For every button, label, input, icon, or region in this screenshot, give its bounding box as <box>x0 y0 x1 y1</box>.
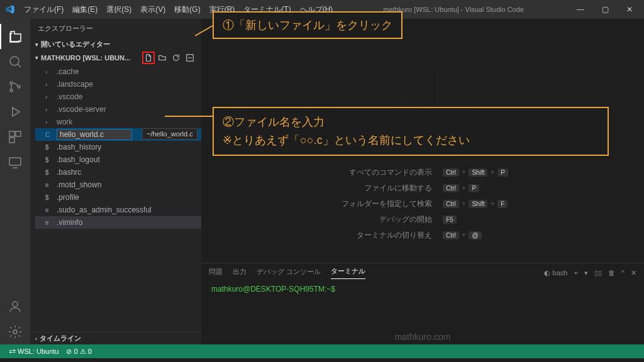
shell-selector[interactable]: ◐ bash <box>544 269 567 277</box>
hint-keys: Ctrl + Shift + F <box>440 196 511 212</box>
menu-file[interactable]: ファイル(F) <box>20 2 67 18</box>
tree-file[interactable]: $.bash_logout <box>35 153 201 166</box>
tree-folder[interactable]: ›.vscode <box>35 90 201 103</box>
chevron-right-icon: › <box>45 81 54 88</box>
svg-point-1 <box>10 82 13 84</box>
editor-area: すべてのコマンドの表示Ctrl + Shift + Pファイルに移動するCtrl… <box>201 19 644 344</box>
panel-tabs: 問題 出力 デバッグ コンソール ターミナル ◐ bash + ▾ ▯▯ 🗑 ^… <box>201 263 644 282</box>
chevron-right-icon: › <box>45 94 54 101</box>
main-area: エクスプローラー ▾ 開いているエディター ▾ MATHKURO [WSL: U… <box>0 19 644 344</box>
debug-icon[interactable] <box>0 99 30 124</box>
annotation-2: ②ファイル名を入力※とりあえず「○○.c」という名前にしてください <box>213 107 609 156</box>
svg-rect-5 <box>16 131 21 136</box>
menu-go[interactable]: 移動(G) <box>170 2 204 18</box>
svg-rect-7 <box>9 158 21 165</box>
file-icon: $ <box>45 169 54 176</box>
file-icon: $ <box>45 156 54 163</box>
tab-debug-console[interactable]: デバッグ コンソール <box>257 267 321 279</box>
svg-point-9 <box>13 330 17 334</box>
chevron-right-icon: › <box>35 336 37 342</box>
problems-indicator[interactable]: ⊘ 0 ⚠ 0 <box>62 348 95 356</box>
tab-output[interactable]: 出力 <box>233 267 247 279</box>
tree-file[interactable]: ≡.viminfo <box>35 216 201 229</box>
hint-keys: F5 <box>440 212 511 228</box>
remote-indicator[interactable]: ⮂ WSL: Ubuntu <box>5 348 62 355</box>
hint-label: デバッグの開始 <box>334 212 440 228</box>
sidebar: エクスプローラー ▾ 開いているエディター ▾ MATHKURO [WSL: U… <box>30 19 201 344</box>
folder-header[interactable]: ▾ MATHKURO [WSL: UBUN... <box>30 50 201 65</box>
chevron-down-icon: ▾ <box>35 55 38 61</box>
annotation-1: ①「新しいファイル」をクリック <box>213 11 402 39</box>
tree-file[interactable]: $.bashrc <box>35 166 201 178</box>
timeline-header[interactable]: › タイムライン <box>30 332 201 344</box>
svg-point-8 <box>13 302 18 307</box>
chevron-right-icon: › <box>45 119 54 126</box>
svg-point-0 <box>10 57 19 65</box>
file-icon: ≡ <box>45 182 54 189</box>
file-tree: ›.cache ›.landscape ›.vscode ›.vscode-se… <box>30 65 201 229</box>
tree-folder[interactable]: ›.cache <box>35 65 201 78</box>
add-terminal-button[interactable]: + <box>574 269 577 277</box>
tree-folder[interactable]: ›.landscape <box>35 78 201 90</box>
close-button[interactable]: ✕ <box>620 3 639 16</box>
split-terminal-button[interactable]: ▯▯ <box>594 269 602 277</box>
terminal-body[interactable]: mathkuro@DESKTOP-SQH95TM:~$ <box>201 282 644 296</box>
collapse-button[interactable] <box>184 52 196 64</box>
menu-view[interactable]: 表示(V) <box>136 2 169 18</box>
chevron-down-icon: ▾ <box>35 41 38 48</box>
hint-label: ファイルに移動する <box>334 180 440 196</box>
svg-rect-6 <box>9 138 14 143</box>
chevron-right-icon: › <box>45 69 54 75</box>
trash-icon[interactable]: 🗑 <box>608 269 615 277</box>
terminal-dropdown[interactable]: ▾ <box>584 269 588 277</box>
file-icon: $ <box>45 194 54 201</box>
hint-keys: Ctrl + P <box>440 180 511 196</box>
svg-rect-4 <box>9 131 14 136</box>
new-file-button[interactable] <box>142 52 155 64</box>
tree-file[interactable]: ≡.motd_shown <box>35 178 201 191</box>
new-folder-button[interactable] <box>156 52 169 64</box>
tab-terminal[interactable]: ターミナル <box>331 266 365 279</box>
explorer-icon[interactable] <box>0 24 30 49</box>
keyboard-hints: すべてのコマンドの表示Ctrl + Shift + Pファイルに移動するCtrl… <box>334 165 511 243</box>
settings-icon[interactable] <box>0 319 30 344</box>
tree-folder[interactable]: ›.vscode-server <box>35 103 201 116</box>
search-icon[interactable] <box>0 49 30 74</box>
hint-label: すべてのコマンドの表示 <box>334 165 440 180</box>
vscode-logo-icon <box>5 4 15 14</box>
hint-label: フォルダーを指定して検索 <box>334 196 440 212</box>
hint-keys: Ctrl + Shift + P <box>440 165 511 180</box>
file-icon: ≡ <box>45 219 54 226</box>
menu-select[interactable]: 選択(S) <box>103 2 135 18</box>
annotation-arrow <box>165 116 215 117</box>
watermark-text: mathkuro.com <box>395 332 451 342</box>
account-icon[interactable] <box>0 294 30 319</box>
terminal-prompt: mathkuro@DESKTOP-SQH95TM:~$ <box>211 285 335 293</box>
remote-icon[interactable] <box>0 150 30 175</box>
sidebar-title: エクスプローラー <box>30 19 201 38</box>
tree-folder[interactable]: ›work <box>35 116 201 128</box>
hint-keys: Ctrl + @ <box>440 228 511 243</box>
maximize-panel-button[interactable]: ^ <box>621 269 625 277</box>
activity-bar <box>0 19 30 344</box>
chevron-right-icon: › <box>45 106 54 113</box>
tree-file[interactable]: $.bash_history <box>35 141 201 153</box>
tree-file[interactable]: ≡.sudo_as_admin_successful <box>35 204 201 216</box>
source-control-icon[interactable] <box>0 74 30 99</box>
refresh-button[interactable] <box>170 52 182 64</box>
maximize-button[interactable]: ▢ <box>596 3 615 16</box>
c-file-icon: C <box>45 131 54 138</box>
menu-edit[interactable]: 編集(E) <box>69 2 101 18</box>
svg-point-2 <box>10 89 13 92</box>
new-file-input-row[interactable]: C ~/hello_world.c <box>35 128 201 141</box>
minimize-button[interactable]: — <box>570 3 591 16</box>
open-editors-header[interactable]: ▾ 開いているエディター <box>30 38 201 50</box>
extensions-icon[interactable] <box>0 124 30 150</box>
tree-file[interactable]: $.profile <box>35 191 201 204</box>
new-file-input[interactable] <box>57 129 132 140</box>
close-panel-button[interactable]: ✕ <box>631 269 636 277</box>
tab-problems[interactable]: 問題 <box>209 267 223 279</box>
status-bar: ⮂ WSL: Ubuntu ⊘ 0 ⚠ 0 <box>0 344 644 358</box>
hint-label: ターミナルの切り替え <box>334 228 440 243</box>
path-tooltip: ~/hello_world.c <box>142 128 197 140</box>
